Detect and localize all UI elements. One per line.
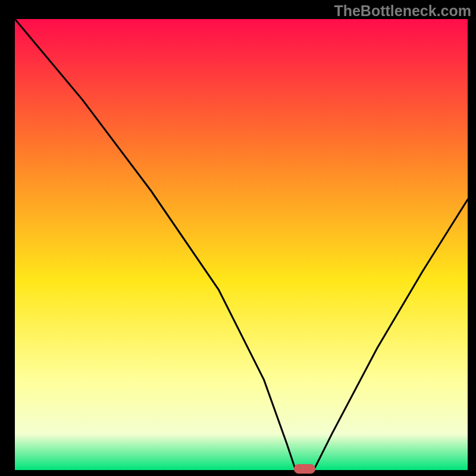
gradient-background [15,19,468,470]
bottleneck-chart [0,0,476,476]
chart-frame: TheBottleneck.com [0,0,476,476]
optimum-marker [294,464,315,474]
watermark-text: TheBottleneck.com [334,2,471,20]
